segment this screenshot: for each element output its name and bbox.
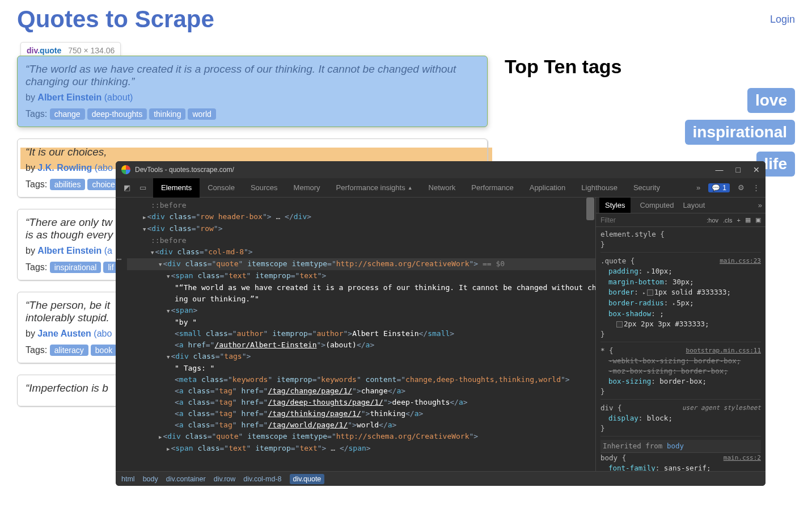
tag-link[interactable]: book (91, 345, 117, 356)
tag-link[interactable]: abilities (50, 179, 86, 190)
styles-tab[interactable]: Styles (599, 198, 631, 213)
chrome-icon (121, 165, 130, 174)
more-tabs-icon[interactable]: » (696, 183, 700, 192)
site-title[interactable]: Quotes to Scrape (17, 6, 214, 33)
about-link[interactable]: (a (104, 246, 112, 255)
more-styles-tabs-icon[interactable]: » (758, 201, 762, 209)
breadcrumb-item[interactable]: div.container (166, 475, 206, 483)
menu-icon[interactable]: ⋮ (752, 183, 760, 192)
devtools-tab[interactable]: Performance insights (328, 178, 421, 198)
author-link[interactable]: Albert Einstein (37, 93, 102, 102)
quote-byline: by Albert Einstein (about) (26, 93, 479, 103)
about-link[interactable]: (abo (94, 329, 112, 338)
quote-box[interactable]: “The world as we have created it is a pr… (17, 56, 488, 127)
breadcrumb-item[interactable]: html (121, 475, 135, 483)
styles-tab[interactable]: Computed (640, 201, 674, 209)
devtools-tab[interactable]: Performance (463, 178, 521, 198)
tags-row: Tags: changedeep-thoughtsthinkingworld (26, 108, 479, 120)
device-icon[interactable]: ▭ (137, 182, 149, 194)
add-rule-icon[interactable]: + (737, 217, 741, 224)
breadcrumb-bar[interactable]: htmlbodydiv.containerdiv.rowdiv.col-md-8… (116, 471, 766, 486)
tag-link[interactable]: change (50, 108, 85, 120)
minimize-icon[interactable]: — (716, 165, 724, 174)
styles-panel[interactable]: StylesComputedLayout» :hov .cls + ▦ ▣ el… (595, 198, 766, 471)
devtools-tab[interactable]: Console (200, 178, 243, 198)
sidebar-title: Top Ten tags (505, 56, 795, 78)
styles-filter-input[interactable] (600, 216, 702, 224)
tag-link[interactable]: aliteracy (50, 345, 88, 356)
devtools-tab[interactable]: Network (421, 178, 464, 198)
tag-link[interactable]: world (188, 108, 215, 120)
tag-link[interactable]: choice (87, 179, 119, 190)
devtools-title: DevTools - quotes.toscrape.com/ (135, 166, 234, 174)
devtools-tab[interactable]: Security (625, 178, 668, 198)
author-link[interactable]: Albert Einstein (37, 246, 102, 255)
sidebar-toggle-icon[interactable]: ▣ (755, 216, 761, 224)
login-link[interactable]: Login (770, 14, 795, 26)
about-link[interactable]: (abo (95, 163, 113, 173)
breadcrumb-item[interactable]: div.row (214, 475, 236, 483)
author-link[interactable]: Jane Austen (37, 329, 91, 338)
elements-panel[interactable]: ⋯ ::before<div class="row header-box"> …… (116, 198, 595, 471)
devtools-titlebar[interactable]: DevTools - quotes.toscrape.com/ — □ ✕ (116, 161, 766, 178)
tag-link[interactable]: thinking (149, 108, 185, 120)
quote-text: “The world as we have created it is a pr… (26, 63, 479, 88)
breadcrumb-item[interactable]: div.col-md-8 (243, 475, 281, 483)
inspect-icon[interactable]: ◩ (121, 182, 133, 194)
hov-toggle[interactable]: :hov (707, 217, 718, 224)
computed-toggle-icon[interactable]: ▦ (745, 216, 751, 224)
author-link[interactable]: J.K. Rowling (37, 163, 92, 173)
scrollbar-thumb[interactable] (586, 198, 594, 220)
about-link[interactable]: (about) (104, 93, 133, 102)
maximize-icon[interactable]: □ (736, 165, 741, 174)
devtools-tab[interactable]: Elements (153, 178, 200, 198)
styles-tab[interactable]: Layout (683, 201, 705, 209)
devtools-tabs: ◩ ▭ ElementsConsoleSourcesMemoryPerforma… (116, 178, 766, 198)
cls-toggle[interactable]: .cls (723, 217, 733, 224)
breadcrumb-item[interactable]: body (143, 475, 158, 483)
devtools-tab[interactable]: Lighthouse (573, 178, 625, 198)
devtools-window[interactable]: DevTools - quotes.toscrape.com/ — □ ✕ ◩ … (116, 161, 766, 486)
settings-icon[interactable]: ⚙ (738, 183, 745, 192)
devtools-tab[interactable]: Application (522, 178, 574, 198)
top-tag[interactable]: love (747, 88, 795, 113)
breadcrumb-item[interactable]: div.quote (290, 474, 325, 484)
devtools-tab[interactable]: Sources (243, 178, 286, 198)
quote-text: “It is our choices, (26, 146, 479, 158)
devtools-tab[interactable]: Memory (286, 178, 328, 198)
tag-link[interactable]: inspirational (50, 262, 102, 273)
tag-link[interactable]: deep-thoughts (87, 108, 147, 120)
top-tag[interactable]: inspirational (685, 120, 795, 145)
close-icon[interactable]: ✕ (753, 165, 760, 174)
issues-badge[interactable]: 💬 1 (708, 183, 730, 192)
